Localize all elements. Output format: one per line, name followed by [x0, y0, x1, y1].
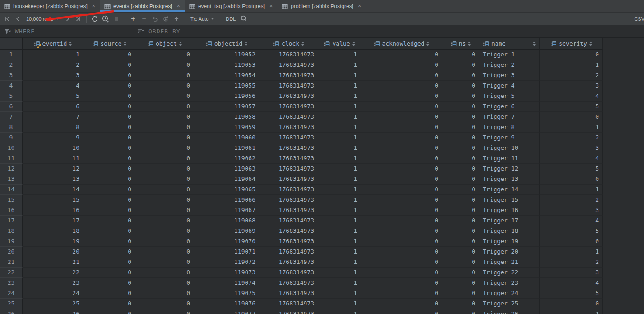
cell-ns[interactable]: 0	[442, 174, 479, 185]
cell-source[interactable]: 0	[83, 268, 135, 278]
cell-eventid[interactable]: 3	[23, 70, 83, 81]
cell-name[interactable]: Trigger 14	[479, 185, 540, 195]
cell-objectid[interactable]: 119055	[194, 81, 259, 91]
cell-source[interactable]: 0	[83, 195, 135, 205]
csv-format-label[interactable]: CSV	[634, 13, 644, 25]
cell-clock[interactable]: 1768314973	[259, 91, 318, 102]
cell-severity[interactable]: 1	[540, 122, 603, 133]
cell-name[interactable]: Trigger 25	[479, 299, 540, 309]
next-page-icon[interactable]	[62, 14, 72, 24]
cell-value[interactable]: 1	[318, 195, 361, 205]
cell-value[interactable]: 1	[318, 216, 361, 226]
row-number[interactable]: 2	[0, 60, 23, 70]
cell-value[interactable]: 1	[318, 153, 361, 164]
row-number[interactable]: 20	[0, 247, 23, 257]
cell-object[interactable]: 0	[135, 257, 194, 268]
row-number[interactable]: 16	[0, 205, 23, 216]
cell-name[interactable]: Trigger 1	[479, 50, 540, 60]
column-header-object[interactable]: object	[135, 38, 194, 50]
cell-acknowledged[interactable]: 0	[361, 278, 442, 288]
cell-eventid[interactable]: 26	[23, 309, 83, 314]
cell-object[interactable]: 0	[135, 299, 194, 309]
cell-objectid[interactable]: 119067	[194, 205, 259, 216]
cell-ns[interactable]: 0	[442, 185, 479, 195]
cell-ns[interactable]: 0	[442, 299, 479, 309]
cell-ns[interactable]: 0	[442, 226, 479, 236]
cell-eventid[interactable]: 12	[23, 164, 83, 174]
cell-ns[interactable]: 0	[442, 70, 479, 81]
cell-name[interactable]: Trigger 4	[479, 81, 540, 91]
cell-eventid[interactable]: 9	[23, 133, 83, 143]
cell-severity[interactable]: 2	[540, 133, 603, 143]
cell-object[interactable]: 0	[135, 153, 194, 164]
tx-mode-dropdown[interactable]: Tx: Auto	[188, 14, 217, 24]
previous-page-icon[interactable]	[13, 14, 23, 24]
cell-clock[interactable]: 1768314973	[259, 102, 318, 112]
cell-ns[interactable]: 0	[442, 81, 479, 91]
cell-acknowledged[interactable]: 0	[361, 309, 442, 314]
cell-acknowledged[interactable]: 0	[361, 268, 442, 278]
cell-severity[interactable]: 5	[540, 102, 603, 112]
cell-source[interactable]: 0	[83, 288, 135, 299]
cell-severity[interactable]: 2	[540, 257, 603, 268]
cell-source[interactable]: 0	[83, 50, 135, 60]
cell-source[interactable]: 0	[83, 153, 135, 164]
cell-clock[interactable]: 1768314973	[259, 112, 318, 122]
cell-name[interactable]: Trigger 21	[479, 257, 540, 268]
cell-value[interactable]: 1	[318, 91, 361, 102]
cell-objectid[interactable]: 119071	[194, 247, 259, 257]
cell-objectid[interactable]: 119068	[194, 216, 259, 226]
cell-name[interactable]: Trigger 8	[479, 122, 540, 133]
close-icon[interactable]: ✕	[176, 4, 181, 9]
rows-count-dropdown[interactable]: 10,000 rows	[23, 14, 62, 24]
cell-acknowledged[interactable]: 0	[361, 299, 442, 309]
cell-eventid[interactable]: 1	[23, 50, 83, 60]
cell-source[interactable]: 0	[83, 164, 135, 174]
row-number[interactable]: 8	[0, 122, 23, 133]
row-number[interactable]: 10	[0, 143, 23, 153]
cell-objectid[interactable]: 119061	[194, 143, 259, 153]
reload-data-icon[interactable]	[90, 14, 100, 24]
row-number[interactable]: 19	[0, 236, 23, 247]
cell-acknowledged[interactable]: 0	[361, 185, 442, 195]
cell-eventid[interactable]: 11	[23, 153, 83, 164]
column-header-value[interactable]: value	[318, 38, 361, 50]
cell-clock[interactable]: 1768314973	[259, 205, 318, 216]
cell-eventid[interactable]: 4	[23, 81, 83, 91]
cell-severity[interactable]: 5	[540, 288, 603, 299]
last-page-icon[interactable]	[73, 14, 83, 24]
cell-object[interactable]: 0	[135, 164, 194, 174]
cell-objectid[interactable]: 119057	[194, 102, 259, 112]
cell-clock[interactable]: 1768314973	[259, 247, 318, 257]
cell-objectid[interactable]: 119069	[194, 226, 259, 236]
cell-name[interactable]: Trigger 9	[479, 133, 540, 143]
row-number[interactable]: 26	[0, 309, 23, 314]
cell-source[interactable]: 0	[83, 102, 135, 112]
cell-object[interactable]: 0	[135, 195, 194, 205]
cell-source[interactable]: 0	[83, 257, 135, 268]
cell-objectid[interactable]: 119073	[194, 268, 259, 278]
cell-ns[interactable]: 0	[442, 205, 479, 216]
cell-eventid[interactable]: 19	[23, 236, 83, 247]
cell-objectid[interactable]: 119062	[194, 153, 259, 164]
cell-severity[interactable]: 0	[540, 112, 603, 122]
cell-object[interactable]: 0	[135, 81, 194, 91]
cell-value[interactable]: 1	[318, 164, 361, 174]
cell-clock[interactable]: 1768314973	[259, 299, 318, 309]
cell-value[interactable]: 1	[318, 278, 361, 288]
cell-object[interactable]: 0	[135, 236, 194, 247]
cell-source[interactable]: 0	[83, 278, 135, 288]
cell-object[interactable]: 0	[135, 247, 194, 257]
cell-severity[interactable]: 4	[540, 216, 603, 226]
cell-value[interactable]: 1	[318, 236, 361, 247]
cell-severity[interactable]: 1	[540, 60, 603, 70]
cell-name[interactable]: Trigger 15	[479, 195, 540, 205]
cell-eventid[interactable]: 25	[23, 299, 83, 309]
cell-acknowledged[interactable]: 0	[361, 91, 442, 102]
cell-source[interactable]: 0	[83, 226, 135, 236]
cell-clock[interactable]: 1768314973	[259, 153, 318, 164]
cell-ns[interactable]: 0	[442, 91, 479, 102]
cell-severity[interactable]: 1	[540, 185, 603, 195]
cell-object[interactable]: 0	[135, 70, 194, 81]
cell-severity[interactable]: 3	[540, 268, 603, 278]
